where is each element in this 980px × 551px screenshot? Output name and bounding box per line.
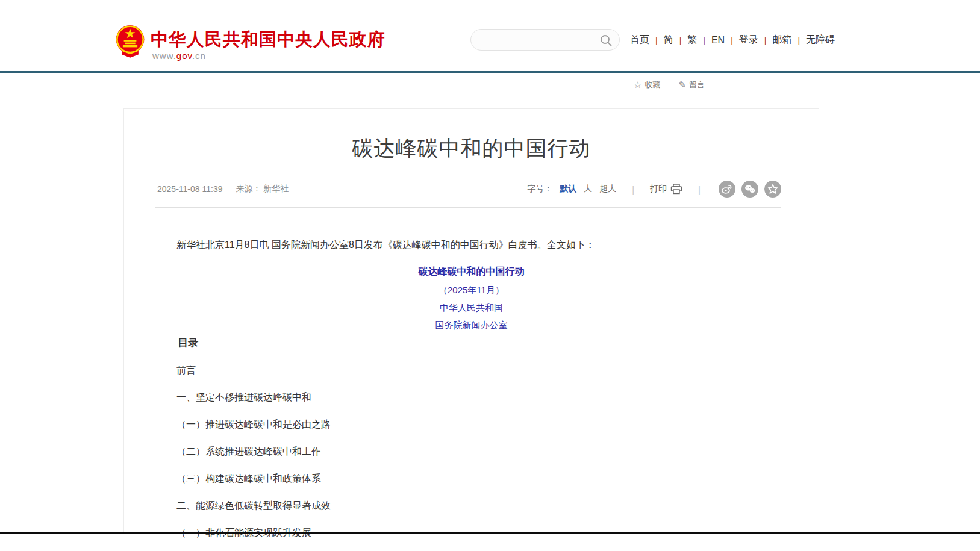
favorite-label: 收藏 (644, 79, 660, 90)
nav-separator: | (763, 36, 768, 45)
toc-item-preface: 前言 (157, 364, 785, 376)
article-meta-row: 2025-11-08 11:39 来源： 新华社 字号： 默认 大 超大 | 打… (157, 181, 781, 198)
document-date: （2025年11月） (157, 285, 785, 295)
nav-item-accessibility[interactable]: 无障碍 (806, 34, 835, 46)
comment-button[interactable]: ✎ 留言 (678, 79, 705, 90)
article-action-row: ☆ 收藏 ✎ 留言 (634, 79, 705, 90)
site-url-www: www. (152, 51, 176, 61)
toc-item-1-3: （三）构建碳达峰碳中和政策体系 (157, 473, 785, 484)
nav-item-simplified[interactable]: 简 (664, 34, 673, 46)
site-url[interactable]: www.gov.cn (152, 51, 206, 61)
top-nav: 首页 | 简 | 繁 | EN | 登录 | 邮箱 | 无障碍 (630, 34, 835, 46)
article-title: 碳达峰碳中和的中国行动 (148, 134, 794, 163)
nav-separator: | (654, 36, 659, 45)
nav-separator: | (678, 36, 683, 45)
meta-separator: | (698, 184, 701, 195)
toc-item-1-1: （一）推进碳达峰碳中和是必由之路 (157, 419, 785, 430)
window-bottom-edge (0, 532, 980, 534)
meta-left: 2025-11-08 11:39 来源： 新华社 (157, 184, 289, 195)
pencil-icon: ✎ (678, 79, 686, 90)
national-emblem-logo[interactable] (114, 24, 146, 58)
nav-separator: | (796, 36, 801, 45)
more-share-star-icon[interactable] (764, 181, 781, 198)
document-org-line2: 国务院新闻办公室 (157, 320, 785, 330)
weibo-share-icon[interactable] (719, 181, 735, 198)
nav-item-traditional[interactable]: 繁 (687, 34, 697, 46)
toc-item-2: 二、能源绿色低碳转型取得显著成效 (157, 500, 785, 511)
toc-item-1: 一、坚定不移推进碳达峰碳中和 (157, 391, 785, 403)
toc-item-1-2: （二）系统推进碳达峰碳中和工作 (157, 446, 785, 457)
publish-datetime: 2025-11-08 11:39 (157, 184, 222, 194)
fontsize-large-button[interactable]: 大 (584, 184, 592, 195)
site-url-gov: gov (176, 51, 192, 61)
star-icon: ☆ (634, 79, 641, 90)
nav-item-english[interactable]: EN (711, 35, 725, 46)
fontsize-xlarge-button[interactable]: 超大 (599, 184, 616, 195)
meta-separator: | (632, 184, 634, 195)
document-title: 碳达峰碳中和的中国行动 (157, 266, 785, 276)
site-header: 中华人民共和国中央人民政府 www.gov.cn 首页 | 简 | 繁 | EN… (0, 0, 980, 73)
favorite-button[interactable]: ☆ 收藏 (634, 79, 660, 90)
nav-separator: | (702, 36, 707, 45)
wechat-share-icon[interactable] (741, 181, 758, 198)
fontsize-label: 字号： (527, 184, 552, 195)
site-url-cn: .cn (192, 51, 206, 61)
source: 来源： 新华社 (236, 184, 289, 195)
print-label: 打印 (650, 184, 667, 195)
comment-label: 留言 (689, 79, 705, 90)
article-container: 碳达峰碳中和的中国行动 2025-11-08 11:39 来源： 新华社 字号：… (123, 108, 819, 532)
toc-heading: 目录 (157, 337, 785, 349)
source-label: 来源： (236, 184, 261, 193)
intro-paragraph: 新华社北京11月8日电 国务院新闻办公室8日发布《碳达峰碳中和的中国行动》白皮书… (157, 239, 785, 251)
search-icon[interactable] (599, 34, 613, 47)
nav-separator: | (729, 36, 734, 45)
document-heading-block: 碳达峰碳中和的中国行动 （2025年11月） 中华人民共和国 国务院新闻办公室 (157, 266, 785, 330)
source-value[interactable]: 新华社 (263, 184, 289, 193)
article-body: 新华社北京11月8日电 国务院新闻办公室8日发布《碳达峰碳中和的中国行动》白皮书… (157, 239, 785, 538)
share-icons (719, 181, 781, 198)
site-title[interactable]: 中华人民共和国中央人民政府 (151, 28, 385, 52)
nav-item-mail[interactable]: 邮箱 (772, 34, 791, 46)
search-box (470, 29, 620, 51)
document-org-line1: 中华人民共和国 (157, 302, 785, 313)
search-input[interactable] (481, 32, 595, 48)
nav-item-login[interactable]: 登录 (739, 34, 758, 46)
printer-icon (670, 184, 682, 195)
fontsize-default-button[interactable]: 默认 (560, 184, 576, 195)
meta-right: 字号： 默认 大 超大 | 打印 | (527, 181, 781, 198)
print-button[interactable]: 打印 (650, 184, 682, 195)
meta-divider (155, 207, 781, 208)
nav-item-home[interactable]: 首页 (630, 34, 649, 46)
